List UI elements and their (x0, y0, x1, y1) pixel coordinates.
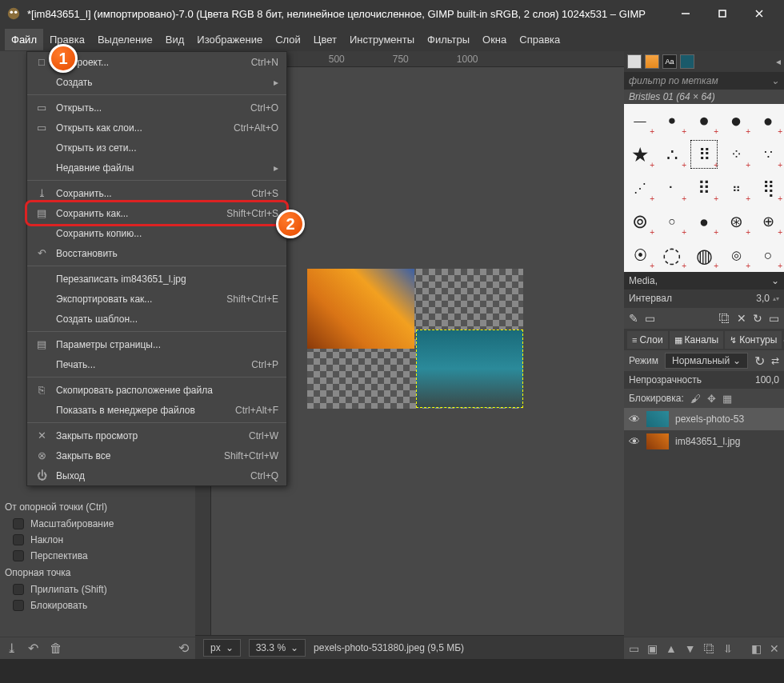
menu-view[interactable]: Вид (159, 29, 191, 50)
lock-paint-icon[interactable]: 🖌 (690, 393, 701, 405)
tab-menu-icon[interactable]: ◂ (776, 56, 781, 67)
menu-item[interactable]: Показать в менеджере файловCtrl+Alt+F (27, 400, 286, 420)
menu-color[interactable]: Цвет (307, 29, 343, 50)
tab-fonts[interactable]: Aa (662, 54, 677, 69)
brush-item[interactable]: ●+ (720, 104, 752, 138)
delete-icon[interactable]: ✕ (737, 312, 746, 325)
down-icon[interactable]: ▼ (685, 642, 696, 655)
menu-select[interactable]: Выделение (91, 29, 159, 50)
menu-tools[interactable]: Инструменты (343, 29, 421, 50)
visibility-icon[interactable]: 👁 (629, 413, 640, 425)
menu-help[interactable]: Справка (513, 29, 566, 50)
maximize-button[interactable] (704, 0, 741, 27)
layer-row[interactable]: 👁 pexels-photo-53 (624, 408, 784, 430)
zoom-select[interactable]: 33.3 %⌄ (249, 639, 306, 657)
brush-item[interactable]: ○+ (752, 238, 784, 272)
menu-item[interactable]: Экспортировать как...Shift+Ctrl+E (27, 289, 286, 309)
menu-layer[interactable]: Слой (269, 29, 307, 50)
menu-item[interactable]: ⏻ВыходCtrl+Q (27, 465, 286, 485)
chk-snap[interactable]: Прилипать (Shift) (0, 582, 195, 597)
mode-select[interactable]: Нормальный⌄ (665, 353, 748, 369)
interval-slider[interactable]: Интервал3,0▴▾ (624, 290, 784, 307)
brush-item[interactable]: ⊚+ (624, 205, 656, 238)
brush-item[interactable]: ⦿+ (624, 238, 656, 272)
menu-item[interactable]: ⎘Скопировать расположение файла (27, 380, 286, 400)
menu-item[interactable]: ✕Закрыть просмотрCtrl+W (27, 425, 286, 445)
up-icon[interactable]: ▲ (666, 642, 677, 655)
brush-item[interactable]: ●+ (752, 104, 784, 138)
menu-item[interactable]: ⤓Сохранить...Ctrl+S (27, 183, 286, 203)
chk-lock[interactable]: Блокировать (0, 598, 195, 613)
chk-perspective[interactable]: Перспектива (0, 549, 195, 563)
brush-filter[interactable]: фильтр по меткам⌄ (624, 72, 784, 90)
edit-icon[interactable]: ✎ (629, 312, 638, 325)
reset-icon[interactable]: ⟲ (178, 641, 189, 656)
merge-icon[interactable]: ⥥ (723, 642, 733, 655)
layer-row[interactable]: 👁 im843651_l.jpg (624, 430, 784, 453)
tab-patterns[interactable] (645, 54, 659, 69)
menu-item[interactable]: ▤Параметры страницы... (27, 334, 286, 354)
opacity-slider[interactable]: Непрозрачность100,0 (624, 371, 784, 389)
brush-item[interactable]: —+ (624, 104, 656, 138)
brush-item[interactable]: ⁘+ (720, 138, 752, 171)
menu-item[interactable]: Сохранить копию... (27, 223, 286, 243)
visibility-icon[interactable]: 👁 (629, 435, 640, 448)
menu-item[interactable]: Создать шаблон... (27, 309, 286, 329)
open-icon[interactable]: ▭ (769, 312, 779, 325)
mode-switch-icon[interactable]: ⇄ (771, 355, 779, 366)
menu-item[interactable]: ▤Сохранить как...Shift+Ctrl+S (27, 203, 286, 223)
menu-item[interactable]: ↶Восстановить (27, 243, 286, 263)
menu-windows[interactable]: Окна (476, 29, 513, 50)
duplicate-icon[interactable]: ⿻ (719, 312, 730, 325)
menu-item[interactable]: Перезаписать im843651_l.jpg (27, 269, 286, 289)
save-icon[interactable]: ⤓ (6, 641, 17, 656)
mask-icon[interactable]: ◧ (751, 642, 762, 655)
menu-item[interactable]: Недавние файлы▸ (27, 158, 286, 178)
brush-item[interactable]: ⠿+ (688, 171, 720, 205)
brush-item[interactable]: ⊕+ (752, 205, 784, 238)
brush-item[interactable]: ⊛+ (720, 205, 752, 238)
tab-history[interactable] (680, 54, 694, 69)
menu-image[interactable]: Изображение (190, 29, 269, 50)
minimize-button[interactable] (667, 0, 704, 27)
brush-item[interactable]: ⠂+ (656, 171, 688, 205)
brush-item[interactable]: ●+ (688, 104, 720, 138)
media-select[interactable]: Media,⌄ (624, 272, 784, 290)
canvas-image-2[interactable] (416, 330, 523, 408)
refresh-icon[interactable]: ↻ (753, 312, 762, 325)
unit-select[interactable]: px⌄ (203, 639, 241, 657)
brush-item[interactable]: ⠶+ (720, 171, 752, 205)
brush-item[interactable]: ◌+ (656, 238, 688, 272)
new-icon[interactable]: ▭ (645, 312, 655, 325)
menu-item[interactable]: Создать▸ (27, 72, 286, 92)
menu-item[interactable]: ⊗Закрыть всеShift+Ctrl+W (27, 445, 286, 465)
reload-icon[interactable]: ↶ (28, 641, 38, 656)
new-layer-icon[interactable]: ▭ (629, 642, 639, 655)
brush-item[interactable]: ◍+ (688, 238, 720, 272)
menu-item[interactable]: ▭Открыть как слои...Ctrl+Alt+O (27, 118, 286, 138)
brush-item[interactable]: ⋰+ (624, 171, 656, 205)
brush-item[interactable]: ∵+ (752, 138, 784, 171)
lock-alpha-icon[interactable]: ▦ (722, 393, 732, 405)
brush-item[interactable]: ●+ (688, 205, 720, 238)
delete-layer-icon[interactable]: ✕ (770, 642, 779, 655)
tab-brushes[interactable] (627, 54, 642, 69)
lock-move-icon[interactable]: ✥ (707, 393, 716, 405)
tab-layers[interactable]: ≡ Слои (627, 331, 668, 349)
tab-paths[interactable]: ↯ Контуры (725, 331, 782, 349)
menu-file[interactable]: Файл (5, 29, 43, 50)
brush-item[interactable]: ★+ (624, 138, 656, 171)
mode-reset-icon[interactable]: ↻ (754, 353, 765, 369)
brush-grid[interactable]: —+●+●+●+●+★+∴+⠿+⁘+∵+⋰+⠂+⠿+⠶+⢿+⊚+○+●+⊛+⊕+… (624, 104, 784, 272)
menu-item[interactable]: Открыть из сети... (27, 138, 286, 158)
brush-item[interactable]: ⢿+ (752, 171, 784, 205)
menu-item[interactable]: Печать...Ctrl+P (27, 354, 286, 374)
brush-item[interactable]: ●+ (656, 104, 688, 138)
delete-icon[interactable]: 🗑 (50, 641, 62, 656)
menu-filters[interactable]: Фильтры (421, 29, 476, 50)
chk-scale[interactable]: Масштабирование (0, 517, 195, 531)
canvas-image-1[interactable] (307, 269, 414, 349)
brush-item[interactable]: ⠿+ (688, 138, 720, 171)
brush-item[interactable]: ∴+ (656, 138, 688, 171)
menu-item[interactable]: ▭Открыть...Ctrl+O (27, 98, 286, 118)
